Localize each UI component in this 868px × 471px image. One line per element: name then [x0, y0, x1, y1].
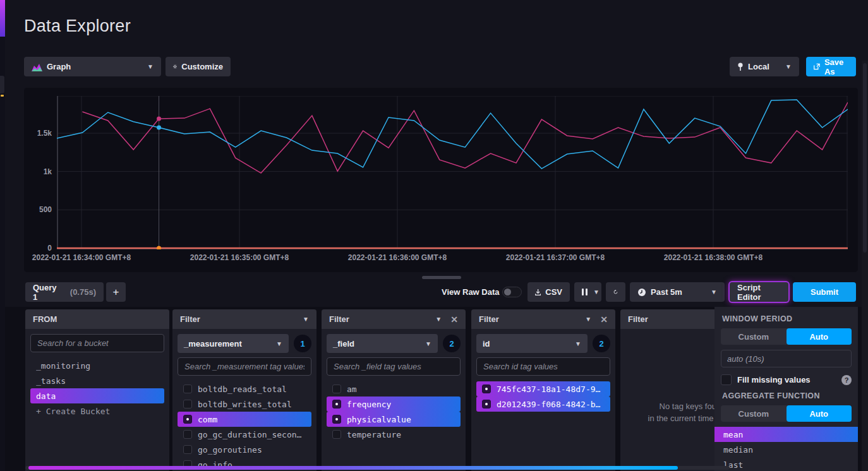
window-period-input[interactable] [721, 350, 852, 367]
area-chart-icon [32, 63, 42, 71]
nav-rail-marker [1, 95, 4, 97]
line-chart[interactable] [57, 96, 848, 249]
time-range-dropdown[interactable]: Past 5m ▼ [630, 282, 725, 302]
auto-option[interactable]: Auto [787, 328, 852, 345]
filter-card-header: Filter ▼ ✕ [322, 309, 466, 329]
fill-missing-checkbox[interactable] [721, 374, 732, 385]
create-bucket-button[interactable]: + Create Bucket [30, 403, 164, 419]
help-icon[interactable]: ? [841, 375, 852, 385]
aggregate-function-item[interactable]: median [714, 442, 858, 457]
filter-card-header: Filter ▼ [172, 309, 316, 329]
aggregate-function-item[interactable]: last [714, 457, 858, 471]
tag-value-item[interactable]: am [327, 381, 461, 396]
builder-scrollbar-thumb[interactable] [28, 466, 678, 470]
bucket-item[interactable]: _tasks [30, 373, 164, 388]
close-icon[interactable]: ✕ [600, 314, 608, 325]
influxdb-logo[interactable] [0, 0, 5, 37]
tag-value-item[interactable]: 745fc437-18a1-48d7-98a6-7… [476, 381, 610, 396]
tag-value-item[interactable]: frequency [327, 396, 461, 412]
chevron-down-icon: ▼ [575, 340, 581, 347]
tag-value-item[interactable]: boltdb_reads_total [178, 381, 311, 396]
checkbox[interactable] [332, 415, 341, 424]
chevron-down-icon[interactable]: ▼ [435, 316, 442, 323]
tag-value-item[interactable]: physicalvalue [327, 412, 461, 427]
refresh-button[interactable] [606, 282, 625, 302]
checkbox[interactable] [332, 400, 341, 408]
filter-card-id: Filter ▼ ✕ id ▼ 2 745fc437-18a1-48d7-98a… [471, 309, 615, 471]
chevron-down-icon[interactable]: ▼ [303, 316, 309, 323]
chart-scrollbar-thumb[interactable] [422, 276, 461, 279]
custom-option[interactable]: Custom [721, 328, 787, 345]
filter-card-field: Filter ▼ ✕ _field ▼ 2 amfrequencyphysica… [322, 309, 466, 471]
checkbox[interactable] [332, 430, 341, 439]
checkbox[interactable] [183, 385, 192, 393]
tag-value-item[interactable]: comm [178, 412, 311, 427]
view-raw-data-toggle[interactable] [502, 287, 522, 297]
tag-value-item[interactable]: go_gc_duration_seconds [178, 427, 311, 442]
submit-button[interactable]: Submit [793, 282, 856, 302]
query-duration: (0.75s) [70, 287, 96, 297]
checkbox[interactable] [332, 385, 341, 393]
customize-button[interactable]: Customize [166, 57, 231, 76]
tag-value-search-input[interactable] [476, 357, 610, 376]
x-tick-label: 2022-01-21 16:37:00 GMT+8 [483, 253, 628, 262]
x-tick-label: 2022-01-21 16:35:00 GMT+8 [167, 253, 312, 262]
nav-rail-item[interactable] [0, 76, 4, 93]
page-scrollbar-thumb[interactable] [863, 63, 867, 253]
save-as-button[interactable]: Save As [806, 57, 856, 76]
local-dropdown[interactable]: Local ▼ [730, 57, 799, 76]
checkbox[interactable] [183, 445, 192, 454]
tag-value-search-input[interactable] [178, 357, 311, 376]
script-editor-button[interactable]: Script Editor [730, 282, 788, 302]
window-period-toggle[interactable]: Custom Auto [721, 328, 852, 345]
checkbox[interactable] [183, 430, 192, 439]
aggregate-toggle[interactable]: Custom Auto [721, 405, 852, 422]
checkbox[interactable] [183, 400, 192, 408]
view-type-label: Graph [47, 62, 71, 71]
chart-scrollbar [24, 273, 858, 281]
export-icon [814, 63, 820, 71]
chevron-down-icon: ▼ [785, 63, 792, 70]
tag-key-dropdown[interactable]: _field ▼ [327, 334, 438, 353]
tag-value-item[interactable]: go_goroutines [178, 442, 311, 457]
query-options-panel: WINDOW PERIOD Custom Auto Fill missing v… [714, 307, 858, 471]
selected-count-badge: 1 [294, 335, 311, 352]
y-tick-label: 1k [24, 167, 52, 176]
tag-key-dropdown[interactable]: _measurement ▼ [178, 334, 289, 353]
close-icon[interactable]: ✕ [450, 314, 458, 325]
auto-option[interactable]: Auto [787, 405, 852, 422]
bucket-item[interactable]: _monitoring [30, 358, 164, 373]
checkbox[interactable] [183, 415, 192, 424]
list-item-label: frequency [347, 400, 391, 409]
bucket-item[interactable]: data [30, 388, 164, 403]
view-type-dropdown[interactable]: Graph ▼ [24, 57, 161, 76]
tag-key-dropdown[interactable]: id ▼ [476, 334, 588, 353]
add-query-button[interactable]: + [106, 282, 126, 302]
crosshair-dot [157, 117, 161, 121]
tag-value-list: boltdb_reads_totalboltdb_writes_totalcom… [178, 381, 311, 471]
custom-option[interactable]: Custom [721, 405, 787, 422]
checkbox[interactable] [482, 400, 491, 408]
tag-value-search-input[interactable] [327, 357, 461, 376]
csv-download-button[interactable]: CSV [527, 282, 570, 302]
tag-value-item[interactable]: boltdb_writes_total [178, 396, 311, 412]
list-item-label: 745fc437-18a1-48d7-98a6-7… [497, 385, 605, 394]
chart-canvas[interactable] [57, 96, 848, 249]
bucket-search-input[interactable] [30, 334, 164, 352]
aggregate-function-list: meanmedianlast [714, 427, 858, 471]
gear-icon [173, 62, 177, 71]
query-tab[interactable]: Query 1 (0.75s) [25, 282, 104, 302]
checkbox[interactable] [482, 385, 491, 393]
list-item-label: am [347, 385, 357, 394]
list-item-label: d2012439-f068-4842-bfef-8… [497, 400, 605, 409]
pause-button[interactable]: ▼ [574, 282, 601, 302]
pin-icon [737, 63, 744, 71]
download-icon [535, 288, 541, 297]
filter-card-measurement: Filter ▼ _measurement ▼ 1 boltdb_reads_t… [172, 309, 316, 471]
series-magenta [82, 102, 848, 173]
nav-rail[interactable] [0, 0, 5, 471]
tag-value-item[interactable]: d2012439-f068-4842-bfef-8… [476, 396, 610, 412]
chevron-down-icon[interactable]: ▼ [585, 316, 591, 323]
tag-value-item[interactable]: temperature [327, 427, 461, 442]
aggregate-function-item[interactable]: mean [714, 427, 858, 442]
